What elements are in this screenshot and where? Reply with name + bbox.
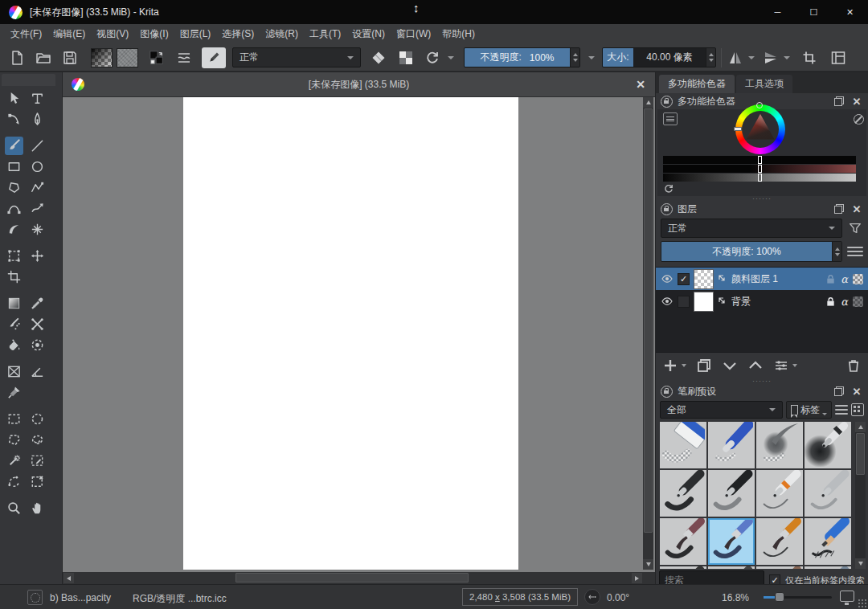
preset-scroll-down[interactable] (855, 558, 866, 569)
tool-select-fuzzy[interactable] (28, 472, 47, 491)
close-docker-button[interactable]: ✕ (850, 95, 863, 108)
canvas-rotation-icon[interactable] (584, 589, 600, 605)
tool-select-polygonal[interactable] (5, 431, 23, 449)
tool-select-freehand[interactable] (28, 431, 47, 449)
fullscreen-icon[interactable] (840, 591, 854, 602)
color-history-icon[interactable] (663, 183, 674, 194)
delete-layer-button[interactable] (845, 356, 862, 375)
color-strip-1[interactable] (663, 156, 856, 164)
menu-e[interactable]: 编辑(E) (47, 24, 91, 44)
horizontal-scrollbar[interactable] (63, 572, 655, 584)
close-docker-button[interactable]: ✕ (850, 385, 863, 398)
tool-select-magnetic[interactable] (5, 472, 23, 491)
preserve-alpha-button[interactable] (396, 48, 416, 67)
vscroll-thumb[interactable] (644, 108, 653, 533)
scroll-up-button[interactable] (643, 97, 653, 108)
tab-advanced-color-selector[interactable]: 多功能拾色器 (659, 75, 735, 93)
reload-dropdown-arrow[interactable] (448, 56, 454, 59)
menu-n[interactable]: 设置(N) (346, 24, 391, 44)
tool-freehand-path[interactable] (28, 199, 47, 218)
layer-name[interactable]: 颜料图层 1 (731, 272, 821, 286)
layer-lock-icon[interactable] (825, 296, 836, 307)
preset-scrollbar[interactable] (855, 422, 866, 569)
tab-tool-options[interactable]: 工具选项 (736, 75, 792, 93)
size-slider[interactable]: 大小: 40.00 像素 (602, 47, 716, 67)
tool-ellipse[interactable] (28, 157, 47, 176)
close-docker-button[interactable]: ✕ (850, 202, 863, 215)
brush-preset-soft-smudge[interactable] (756, 422, 803, 468)
open-document-button[interactable] (34, 48, 53, 67)
gradient-swatch[interactable] (91, 48, 113, 67)
float-docker-button[interactable] (833, 95, 845, 108)
layer-row-normal[interactable]: 背景 α (656, 290, 868, 313)
tool-select-shapes[interactable] (5, 89, 23, 108)
eraser-mode-button[interactable] (369, 48, 388, 67)
mirror-vertical-button[interactable] (761, 48, 780, 67)
brush-preset-extra-4[interactable] (805, 566, 851, 569)
zoom-level[interactable]: 16.8% (722, 592, 749, 603)
menu-w[interactable]: 窗口(W) (391, 24, 436, 44)
brush-preview-icon[interactable] (27, 590, 43, 605)
layer-row-selected[interactable]: ✓ 颜料图层 1 α (656, 268, 868, 290)
advanced-color-selector[interactable] (657, 109, 866, 196)
brush-name[interactable]: b) Bas...pacity (50, 592, 111, 603)
blending-mode-combo[interactable]: 正常 (232, 47, 361, 67)
tool-multibrush[interactable] (28, 220, 47, 239)
preset-scroll-up[interactable] (855, 422, 866, 432)
layer-options-menu-icon[interactable] (847, 243, 863, 260)
brush-preset-extra-3[interactable] (756, 566, 803, 569)
layer-thumbnail[interactable] (694, 292, 714, 312)
hue-ring[interactable] (735, 104, 785, 154)
float-docker-button[interactable] (833, 385, 845, 398)
maximize-button[interactable]: ☐ (796, 0, 832, 24)
zoom-slider[interactable] (764, 596, 832, 599)
color-strip-2[interactable] (663, 165, 856, 173)
toolbox-handle[interactable] (2, 74, 55, 86)
mirror-vertical-dropdown[interactable] (784, 56, 790, 59)
choose-brush-preset-button[interactable] (174, 48, 194, 67)
trim-button[interactable] (800, 48, 819, 67)
tool-polygon[interactable] (5, 178, 23, 197)
layer-alpha-icon[interactable]: α (841, 296, 848, 308)
layer-opacity-slider[interactable]: 不透明度: 100% (661, 241, 842, 262)
opacity-slider[interactable]: 不透明度:100% (464, 47, 580, 67)
brush-preset-paint-orange[interactable] (756, 518, 803, 565)
float-docker-button[interactable] (833, 202, 845, 215)
tool-freehand-brush[interactable] (5, 137, 23, 155)
mirror-horizontal-dropdown[interactable] (748, 56, 755, 59)
brush-preset-marker-dark[interactable] (708, 470, 755, 517)
tool-rectangle[interactable] (5, 157, 23, 176)
tool-fill[interactable] (5, 336, 23, 354)
tool-polyline[interactable] (28, 178, 47, 197)
reload-preset-button[interactable] (423, 48, 442, 67)
tool-edit-shapes[interactable] (5, 110, 23, 129)
menu-r[interactable]: 滤镜(R) (260, 24, 304, 44)
pattern-swatch[interactable] (117, 48, 138, 67)
move-layer-down-button[interactable] (722, 356, 738, 375)
color-profile[interactable]: RGB/透明度 ...btrc.icc (133, 592, 227, 606)
tool-select-rectangular[interactable] (5, 410, 23, 428)
color-strip-3[interactable] (663, 174, 856, 182)
size-spin[interactable] (706, 48, 715, 67)
tool-zoom[interactable] (5, 499, 23, 517)
lock-docker-icon[interactable] (661, 96, 673, 108)
brush-preset-marker-blue[interactable] (708, 422, 755, 468)
tool-line[interactable] (28, 137, 47, 155)
menu-f[interactable]: 文件(F) (5, 24, 47, 44)
hscroll-thumb[interactable] (235, 573, 469, 582)
preset-menu-icon[interactable] (835, 402, 848, 418)
scroll-left-button[interactable] (63, 573, 74, 583)
edit-brush-settings-button[interactable] (202, 47, 226, 68)
fg-bg-colors[interactable] (145, 48, 168, 67)
canvas[interactable] (183, 97, 518, 570)
scroll-down-button[interactable] (643, 559, 653, 570)
menu-t[interactable]: 工具(T) (304, 24, 346, 44)
layer-properties-button[interactable] (773, 356, 789, 375)
brush-preset-metal-pen[interactable] (805, 470, 851, 517)
tool-move[interactable] (28, 247, 47, 265)
close-button[interactable]: ✕ (832, 0, 868, 24)
vertical-scrollbar[interactable] (643, 97, 653, 570)
scroll-right-button[interactable] (632, 573, 642, 583)
canvas-viewport[interactable] (63, 97, 655, 572)
tool-select-bezier[interactable] (28, 452, 47, 470)
